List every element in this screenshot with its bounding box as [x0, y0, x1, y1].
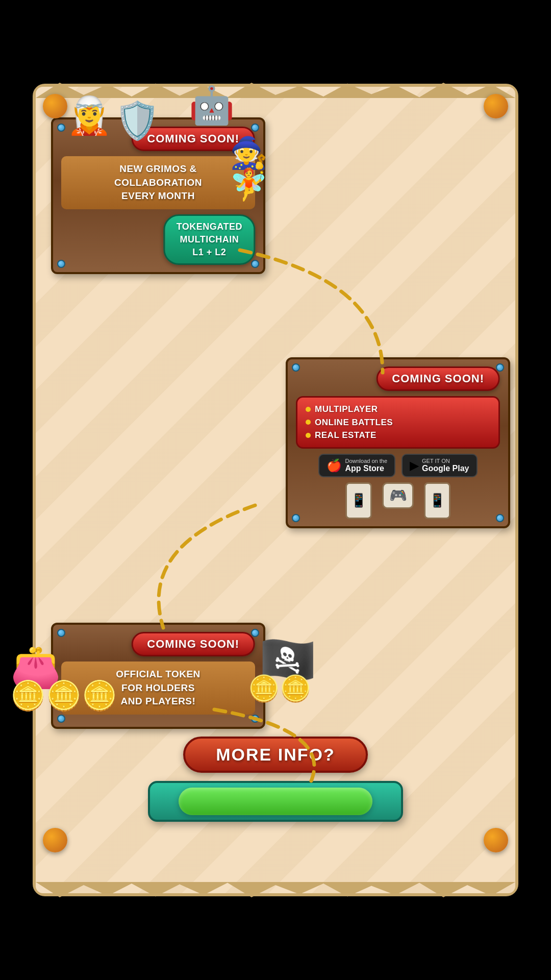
- bolt-3-tl: [57, 629, 65, 637]
- coming-soon-badge-3: COMING SOON!: [131, 632, 255, 656]
- googleplay-button[interactable]: ▶ GET IT ON Google Play: [402, 454, 477, 477]
- more-info-section: MORE INFO?: [148, 737, 403, 822]
- bolt-3-br: [251, 715, 259, 723]
- feature-battles: ONLINE BATTLES: [306, 416, 490, 429]
- teal-badge-1: TOKENGATED MULTICHAIN L1 + L2: [164, 214, 255, 265]
- coins-right: 🪙🪙: [248, 674, 311, 703]
- bolt-2-tl: [292, 363, 300, 372]
- corner-orb-br: [484, 828, 508, 852]
- section2-board: COMING SOON! MULTIPLAYER ONLINE BATTLES …: [286, 357, 510, 528]
- phone-icon-left: 📱: [345, 482, 372, 519]
- appstore-text: Download on the App Store: [345, 458, 387, 473]
- parchment: 🧝 🛡️ 🤖 🧙 🧚 COMING SOON! NEW GRI: [36, 87, 515, 893]
- section3-board: 👛 🪙🪙🪙 🏴‍☠️ 🪙🪙 COMING SOON! OFFICIAL TOKE…: [51, 623, 265, 729]
- bolt-3-bl: [57, 715, 65, 723]
- info-box-1: NEW GRIMOS & COLLABORATION EVERY MONTH: [61, 156, 255, 209]
- char-mage: 🧙: [230, 138, 268, 168]
- gamepad-icon: 🎮: [382, 482, 414, 509]
- teal-plank[interactable]: [148, 781, 403, 822]
- googleplay-icon: ▶: [410, 458, 419, 473]
- corner-orb-bl: [43, 828, 67, 852]
- bullet-1: [306, 407, 311, 412]
- corner-orb-tl: [43, 94, 67, 118]
- bolt-1-bl: [57, 260, 65, 268]
- page-wrapper: 🧝 🛡️ 🤖 🧙 🧚 COMING SOON! NEW GRI: [0, 0, 551, 980]
- tablet-icon: 📱: [424, 482, 450, 519]
- pixel-characters: 🧝 🛡️: [66, 97, 160, 139]
- green-pill: [179, 788, 372, 815]
- device-icons: 📱 🎮 📱: [296, 482, 500, 519]
- corner-orb-tr: [484, 94, 508, 118]
- char-2: 🛡️: [114, 102, 160, 139]
- bolt-2-bl: [292, 514, 300, 522]
- bolt-1-tl: [57, 124, 65, 132]
- coming-soon-badge-2: COMING SOON!: [376, 366, 500, 391]
- feature-multiplayer: MULTIPLAYER: [306, 403, 490, 416]
- more-info-button[interactable]: MORE INFO?: [183, 737, 367, 773]
- wood-board-3: COMING SOON! OFFICIAL TOKEN FOR HOLDERS …: [51, 623, 265, 729]
- robot-char: 🤖: [189, 87, 235, 124]
- appstore-button[interactable]: 🍎 Download on the App Store: [318, 454, 395, 477]
- bolt-1-br: [251, 260, 259, 268]
- apple-icon: 🍎: [327, 458, 342, 473]
- bolt-2-br: [496, 514, 504, 522]
- feature-realestate: REAL ESTATE: [306, 429, 490, 442]
- char-fairy: 🧚: [230, 169, 268, 200]
- char-1: 🧝: [66, 97, 112, 139]
- coins-pile: 🪙🪙🪙: [10, 679, 117, 713]
- bullet-3: [306, 433, 311, 438]
- bullet-2: [306, 420, 311, 425]
- wood-board-2: COMING SOON! MULTIPLAYER ONLINE BATTLES …: [286, 357, 510, 528]
- googleplay-text: GET IT ON Google Play: [422, 458, 469, 473]
- store-buttons: 🍎 Download on the App Store ▶ GET IT ON …: [296, 454, 500, 477]
- chars-right: 🧙 🧚: [230, 138, 268, 200]
- feature-list: MULTIPLAYER ONLINE BATTLES REAL ESTATE: [296, 396, 500, 449]
